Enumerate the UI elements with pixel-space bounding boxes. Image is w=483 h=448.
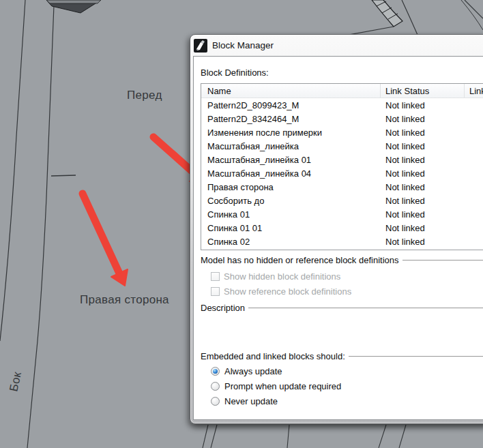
block-link-status: Not linked	[381, 168, 465, 179]
block-row[interactable]: Спинка 02 Not linked	[201, 235, 483, 248]
block-row[interactable]: Спинка 01 01 Not linked	[201, 221, 483, 235]
block-row[interactable]: Правая сторона Not linked	[201, 180, 483, 194]
block-link-status: Not linked	[381, 100, 465, 110]
radio-label: Never update	[224, 396, 278, 406]
checkbox-icon	[211, 272, 220, 281]
block-name: Сосборить до	[201, 196, 381, 206]
block-row[interactable]: Pattern2D_8099423_M Not linked	[201, 98, 483, 112]
block-row[interactable]: Масштабная_линейка 01 Not linked	[201, 153, 483, 166]
description-section-header: Description	[201, 303, 483, 313]
block-row[interactable]: Pattern2D_8342464_M Not linked	[201, 112, 483, 125]
checkbox-icon	[211, 287, 220, 296]
block-row[interactable]: Сосборить до Not linked	[201, 194, 483, 207]
block-link-status: Not linked	[381, 223, 465, 233]
window-title: Block Manager	[212, 40, 274, 50]
radio-always-update[interactable]: Always update	[211, 366, 282, 376]
block-link-status: Not linked	[381, 182, 465, 192]
block-name: Изменения после примерки	[201, 128, 381, 138]
show-hidden-blocks-checkbox: Show hidden block definitions	[211, 271, 340, 282]
section-divider	[349, 356, 483, 357]
block-link-status: Not linked	[381, 155, 465, 165]
block-row[interactable]: Масштабная_линейка Not linked	[201, 139, 483, 153]
red-arrow-to-canvas-label	[83, 194, 128, 286]
radio-icon	[211, 397, 220, 406]
block-name: Масштабная_линейка 01	[201, 155, 381, 165]
column-header-link-status[interactable]: Link Status	[381, 84, 465, 98]
block-row[interactable]: Масштабная_линейка 04 Not linked	[201, 166, 483, 180]
radio-label: Always update	[224, 366, 282, 376]
block-definitions-list[interactable]: Name Link Status Link Pattern2D_8099423_…	[201, 83, 483, 250]
list-header-row: Name Link Status Link	[201, 84, 483, 98]
block-name: Pattern2D_8099423_M	[201, 100, 381, 110]
block-link-status: Not linked	[381, 128, 465, 138]
section-divider	[402, 260, 483, 261]
hidden-blocks-section-label: Model has no hidden or reference block d…	[201, 255, 399, 265]
section-divider	[248, 308, 483, 309]
radio-label: Prompt when update required	[224, 381, 341, 391]
window-title-bar[interactable]: Block Manager	[190, 35, 483, 56]
hidden-blocks-section-header: Model has no hidden or reference block d…	[201, 255, 483, 265]
update-section-label: Embedded and linked blocks should:	[201, 351, 345, 361]
block-link-status: Not linked	[381, 114, 465, 124]
update-section-header: Embedded and linked blocks should:	[201, 351, 483, 361]
radio-never-update[interactable]: Never update	[211, 396, 278, 406]
dialog-client-area: Block Definitions: Name Link Status Link…	[193, 56, 483, 420]
column-header-name[interactable]: Name	[201, 84, 381, 98]
radio-prompt-when-update-required[interactable]: Prompt when update required	[211, 381, 341, 391]
block-link-status: Not linked	[381, 141, 465, 151]
block-link-status: Not linked	[381, 209, 465, 220]
block-name: Спинка 02	[201, 237, 381, 247]
description-label: Description	[201, 303, 245, 313]
block-manager-icon	[194, 39, 207, 53]
block-name: Масштабная_линейка 04	[201, 168, 381, 179]
block-name: Спинка 01	[201, 209, 381, 220]
block-name: Спинка 01 01	[201, 223, 381, 233]
block-definitions-label: Block Definitions:	[201, 68, 269, 78]
block-link-status: Not linked	[381, 237, 465, 247]
radio-icon	[211, 382, 220, 391]
column-header-link[interactable]: Link	[465, 84, 483, 98]
block-row[interactable]: Изменения после примерки Not linked	[201, 125, 483, 139]
block-name: Правая сторона	[201, 182, 381, 192]
block-row[interactable]: Спинка 01 Not linked	[201, 207, 483, 221]
radio-icon	[211, 367, 220, 376]
checkbox-label: Show reference block definitions	[224, 286, 351, 297]
show-reference-blocks-checkbox: Show reference block definitions	[211, 286, 351, 297]
block-link-status: Not linked	[381, 196, 465, 206]
block-name: Pattern2D_8342464_M	[201, 114, 381, 124]
checkbox-label: Show hidden block definitions	[224, 271, 340, 282]
block-manager-window: Block Manager Block Definitions: Name Li…	[190, 34, 483, 424]
block-name: Масштабная_линейка	[201, 141, 381, 151]
